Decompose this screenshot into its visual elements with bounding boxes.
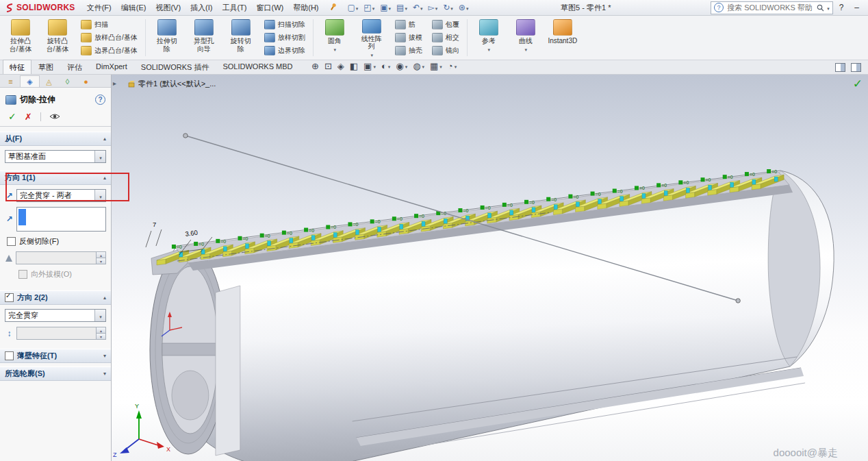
depth2-input[interactable]: ▴▾ bbox=[16, 327, 106, 340]
ribbon-curves-button[interactable]: 曲线 bbox=[508, 17, 544, 58]
draft-icon[interactable] bbox=[5, 255, 12, 262]
sketch-line-endpoint[interactable] bbox=[183, 134, 188, 138]
section-selected-contours-header[interactable]: 所选轮廓(S) bbox=[0, 366, 111, 381]
flip-side-checkbox[interactable] bbox=[7, 237, 16, 246]
end-condition1-combobox[interactable]: 完全贯穿 - 两者 bbox=[16, 189, 106, 202]
sketch-slot-highlight[interactable] bbox=[532, 208, 535, 212]
section-direction1-header[interactable]: 方向 1(1) bbox=[0, 171, 111, 185]
apply-scene-button[interactable]: ▦ bbox=[430, 61, 442, 72]
sketch-slot-highlight[interactable] bbox=[290, 238, 293, 243]
draft-outward-checkbox[interactable] bbox=[18, 270, 27, 279]
pin-icon[interactable] bbox=[327, 1, 338, 13]
from-combobox[interactable]: 草图基准面 bbox=[5, 150, 106, 163]
feature-tree-flyout[interactable]: 零件1 (默认<<默认>_... bbox=[128, 79, 216, 89]
ribbon-loft-button[interactable]: 放样凸台/基体 bbox=[79, 33, 139, 42]
combo-dropdown-icon[interactable] bbox=[94, 151, 105, 162]
sketch-slot-highlight[interactable] bbox=[709, 185, 712, 190]
menu-视图(V)[interactable]: 视图(V) bbox=[151, 1, 186, 14]
ribbon-intersect-button[interactable]: 相交 bbox=[431, 33, 461, 42]
pm-help-icon[interactable]: ? bbox=[95, 95, 105, 105]
dimxpert-manager-tab[interactable]: ◊ bbox=[58, 76, 77, 87]
preview-eye-icon[interactable] bbox=[49, 113, 60, 120]
rebuild-button[interactable]: ↻ bbox=[441, 3, 455, 12]
sketch-slot-highlight[interactable] bbox=[333, 232, 337, 237]
section-direction2-header[interactable]: 方向 2(2) bbox=[0, 290, 111, 305]
tab-特征[interactable]: 特征 bbox=[3, 60, 31, 74]
ribbon-extrude-boss-button[interactable]: 拉伸凸台/基体 bbox=[3, 17, 38, 58]
sketch-slot-highlight[interactable] bbox=[355, 229, 359, 234]
ribbon-ref-geometry-button[interactable]: 参考 bbox=[471, 17, 507, 58]
confirmation-corner-ok-button[interactable] bbox=[853, 77, 863, 91]
hide-show-items-button[interactable]: ◉ bbox=[396, 61, 407, 72]
ribbon-draft-button[interactable]: 拔模 bbox=[394, 33, 424, 42]
ribbon-wrap-button[interactable]: 包覆 bbox=[431, 20, 461, 29]
sketch-slot-highlight[interactable] bbox=[774, 177, 778, 182]
ribbon-extrude-cut-button[interactable]: 拉伸切除 bbox=[149, 17, 185, 58]
combo-dropdown-icon[interactable] bbox=[94, 190, 105, 201]
tab-DimXpert[interactable]: DimXpert bbox=[89, 60, 134, 74]
print-button[interactable]: ▤ bbox=[394, 3, 409, 12]
collapse-pane-icon[interactable] bbox=[851, 63, 861, 72]
menu-帮助(H)[interactable]: 帮助(H) bbox=[288, 1, 323, 14]
sketch-slot-highlight[interactable] bbox=[268, 241, 271, 246]
undo-button[interactable]: ↶ bbox=[411, 3, 425, 12]
ribbon-sweep-cut-button[interactable]: 扫描切除 bbox=[263, 20, 307, 29]
direction2-checkbox[interactable] bbox=[5, 293, 14, 302]
sketch-slot-highlight[interactable] bbox=[664, 190, 667, 195]
configuration-manager-tab[interactable]: ◬ bbox=[40, 76, 58, 87]
new-button[interactable]: ▢ bbox=[346, 3, 361, 12]
spin-up-icon[interactable]: ▴ bbox=[97, 252, 105, 258]
ribbon-hole-wizard-button[interactable]: 异型孔向导 bbox=[186, 17, 222, 58]
section-thin-feature-header[interactable]: 薄壁特征(T) bbox=[0, 349, 111, 363]
previous-view-button[interactable]: ◈ bbox=[337, 62, 344, 71]
view-settings-button[interactable]: ◔ bbox=[448, 61, 457, 72]
thin-feature-checkbox[interactable] bbox=[5, 351, 14, 360]
menu-编辑(E)[interactable]: 编辑(E) bbox=[116, 1, 151, 14]
help-search-box[interactable]: ? bbox=[711, 1, 833, 14]
sketch-slot-highlight[interactable] bbox=[598, 199, 602, 204]
sketch-slot-highlight[interactable] bbox=[378, 227, 381, 232]
minimize-button[interactable]: – bbox=[850, 3, 864, 12]
spin-down-icon[interactable]: ▾ bbox=[97, 258, 105, 264]
tab-草图[interactable]: 草图 bbox=[31, 60, 60, 74]
panel-flyout-arrow-icon[interactable] bbox=[113, 79, 116, 87]
sketch-slot-highlight[interactable] bbox=[752, 179, 756, 184]
ribbon-revolve-boss-button[interactable]: 旋转凸台/基体 bbox=[40, 17, 75, 58]
display-manager-tab[interactable]: ● bbox=[77, 76, 95, 87]
direction-arrow-icon[interactable]: ↗ bbox=[5, 191, 14, 201]
menu-插入(I)[interactable]: 插入(I) bbox=[186, 1, 217, 14]
ribbon-boundary-button[interactable]: 边界凸台/基体 bbox=[79, 46, 139, 55]
spin-down-icon[interactable]: ▾ bbox=[97, 333, 105, 339]
spin-up-icon[interactable]: ▴ bbox=[97, 327, 105, 333]
sketch-slot-highlight[interactable] bbox=[400, 224, 403, 229]
ribbon-revolve-cut-button[interactable]: 旋转切除 bbox=[223, 17, 259, 58]
sketch-slot-highlight[interactable] bbox=[620, 197, 624, 201]
sketch-slot-highlight[interactable] bbox=[642, 193, 646, 198]
section-view-button[interactable]: ◧ bbox=[350, 62, 358, 71]
tab-SOLIDWORKS MBD[interactable]: SOLIDWORKS MBD bbox=[216, 60, 299, 74]
search-icon[interactable] bbox=[817, 4, 824, 12]
search-dropdown-icon[interactable] bbox=[826, 3, 830, 12]
featuremanager-tree-tab[interactable]: ≡ bbox=[1, 76, 20, 87]
ribbon-sweep-button[interactable]: 扫描 bbox=[79, 20, 139, 29]
ok-button[interactable]: ✓ bbox=[8, 111, 16, 122]
save-button[interactable]: ▣ bbox=[378, 3, 393, 12]
options-button[interactable]: ⊛ bbox=[457, 3, 471, 12]
ribbon-fillet-button[interactable]: 圆角 bbox=[317, 17, 353, 58]
select-button[interactable]: ▻ bbox=[426, 3, 440, 12]
direction1-selection-box[interactable] bbox=[16, 207, 106, 232]
menu-工具(T)[interactable]: 工具(T) bbox=[217, 1, 251, 14]
sketch-slot-highlight[interactable] bbox=[311, 236, 315, 240]
end-condition2-combobox[interactable]: 完全贯穿 bbox=[5, 309, 106, 322]
sketch-slot-highlight[interactable] bbox=[488, 213, 492, 218]
ribbon-rib-button[interactable]: 筋 bbox=[394, 20, 424, 29]
ribbon-boundary-cut-button[interactable]: 边界切除 bbox=[263, 46, 307, 55]
sketch-slot-highlight[interactable] bbox=[686, 188, 689, 192]
combo-dropdown-icon[interactable] bbox=[94, 310, 105, 321]
sketch-slot-highlight[interactable] bbox=[576, 202, 579, 207]
sketch-line-endpoint[interactable] bbox=[736, 299, 740, 303]
ribbon-linear-pattern-button[interactable]: 线性阵列 bbox=[354, 17, 390, 58]
menu-文件(F)[interactable]: 文件(F) bbox=[82, 1, 116, 14]
dimension-7[interactable]: 7 bbox=[146, 221, 162, 247]
direction-reference-icon[interactable]: ↗ bbox=[5, 214, 14, 224]
